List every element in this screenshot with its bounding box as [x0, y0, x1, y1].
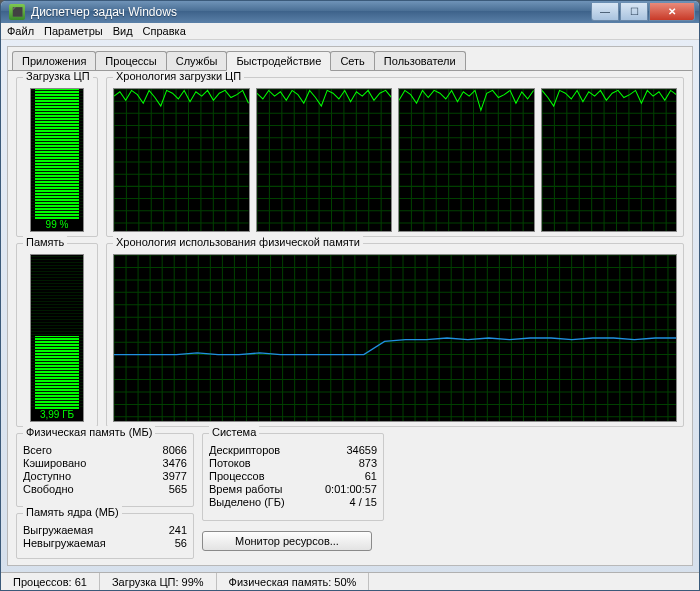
close-button[interactable]: ✕ [649, 3, 695, 21]
cpu-charts [113, 88, 677, 232]
system-threads-l: Потоков [209, 457, 311, 469]
cpu-gauge-group: Загрузка ЦП 99 % [16, 77, 98, 237]
tabstrip: Приложения Процессы Службы Быстродействи… [8, 47, 692, 70]
tab-services[interactable]: Службы [166, 51, 228, 70]
cpu-chart-3 [541, 88, 678, 232]
physmem-free-v: 565 [163, 483, 187, 495]
physmem-cached-l: Кэшировано [23, 457, 149, 469]
kernel-nonpaged-l: Невыгружаемая [23, 537, 155, 549]
system-procs-v: 61 [325, 470, 377, 482]
system-commit-l: Выделено (ГБ) [209, 496, 311, 508]
system-handles-v: 34659 [325, 444, 377, 456]
kernel-title: Память ядра (МБ) [23, 506, 122, 518]
system-uptime-v: 0:01:00:57 [325, 483, 377, 495]
menu-file[interactable]: Файл [7, 25, 34, 37]
window-buttons: — ☐ ✕ [591, 3, 695, 21]
physmem-avail-v: 3977 [163, 470, 187, 482]
system-commit-v: 4 / 15 [325, 496, 377, 508]
physmem-cached-v: 3476 [163, 457, 187, 469]
tab-processes[interactable]: Процессы [95, 51, 166, 70]
menu-help[interactable]: Справка [143, 25, 186, 37]
cpu-history-group: Хронология загрузки ЦП [106, 77, 684, 237]
kernel-paged-v: 241 [169, 524, 187, 536]
performance-page: Загрузка ЦП 99 % Хронология загрузки ЦП … [8, 70, 692, 565]
cpu-gauge-label: Загрузка ЦП [23, 70, 93, 82]
menu-options[interactable]: Параметры [44, 25, 103, 37]
cpu-chart-1 [256, 88, 393, 232]
system-title: Система [209, 426, 259, 438]
physmem-free-l: Свободно [23, 483, 149, 495]
cpu-gauge-value: 99 % [31, 219, 83, 230]
cpu-chart-0 [113, 88, 250, 232]
system-procs-l: Процессов [209, 470, 311, 482]
menu-view[interactable]: Вид [113, 25, 133, 37]
mem-gauge-label: Память [23, 236, 67, 248]
tab-performance[interactable]: Быстродействие [226, 51, 331, 71]
mem-gauge-value: 3,99 ГБ [31, 409, 83, 420]
physmem-total-l: Всего [23, 444, 149, 456]
physmem-avail-l: Доступно [23, 470, 149, 482]
cpu-history-label: Хронология загрузки ЦП [113, 70, 244, 82]
resource-monitor-button[interactable]: Монитор ресурсов... [202, 531, 372, 551]
system-threads-v: 873 [325, 457, 377, 469]
menubar: Файл Параметры Вид Справка [1, 23, 699, 40]
physmem-title: Физическая память (МБ) [23, 426, 155, 438]
minimize-button[interactable]: — [591, 3, 619, 21]
kernel-nonpaged-v: 56 [169, 537, 187, 549]
statusbar: Процессов: 61 Загрузка ЦП: 99% Физическа… [1, 572, 699, 590]
system-group: Система Дескрипторов34659 Потоков873 Про… [202, 433, 384, 521]
maximize-button[interactable]: ☐ [620, 3, 648, 21]
kernel-group: Память ядра (МБ) Выгружаемая241 Невыгруж… [16, 513, 194, 559]
kernel-paged-l: Выгружаемая [23, 524, 155, 536]
system-uptime-l: Время работы [209, 483, 311, 495]
status-cpu: Загрузка ЦП: 99% [100, 573, 217, 590]
cpu-chart-2 [398, 88, 535, 232]
physmem-total-v: 8066 [163, 444, 187, 456]
titlebar[interactable]: ⬛ Диспетчер задач Windows — ☐ ✕ [1, 1, 699, 23]
mem-chart [113, 254, 677, 422]
mem-gauge: 3,99 ГБ [30, 254, 84, 422]
tab-applications[interactable]: Приложения [12, 51, 96, 70]
cpu-gauge: 99 % [30, 88, 84, 232]
tab-network[interactable]: Сеть [330, 51, 374, 70]
mem-history-label: Хронология использования физической памя… [113, 236, 363, 248]
system-handles-l: Дескрипторов [209, 444, 311, 456]
window-title: Диспетчер задач Windows [31, 5, 591, 19]
client-area: Приложения Процессы Службы Быстродействи… [7, 46, 693, 566]
physmem-group: Физическая память (МБ) Всего8066 Кэширов… [16, 433, 194, 507]
mem-history-group: Хронология использования физической памя… [106, 243, 684, 427]
mem-gauge-group: Память 3,99 ГБ [16, 243, 98, 427]
tab-users[interactable]: Пользователи [374, 51, 466, 70]
status-processes: Процессов: 61 [1, 573, 100, 590]
window: ⬛ Диспетчер задач Windows — ☐ ✕ Файл Пар… [0, 0, 700, 591]
status-mem: Физическая память: 50% [217, 573, 370, 590]
app-icon: ⬛ [9, 4, 25, 20]
